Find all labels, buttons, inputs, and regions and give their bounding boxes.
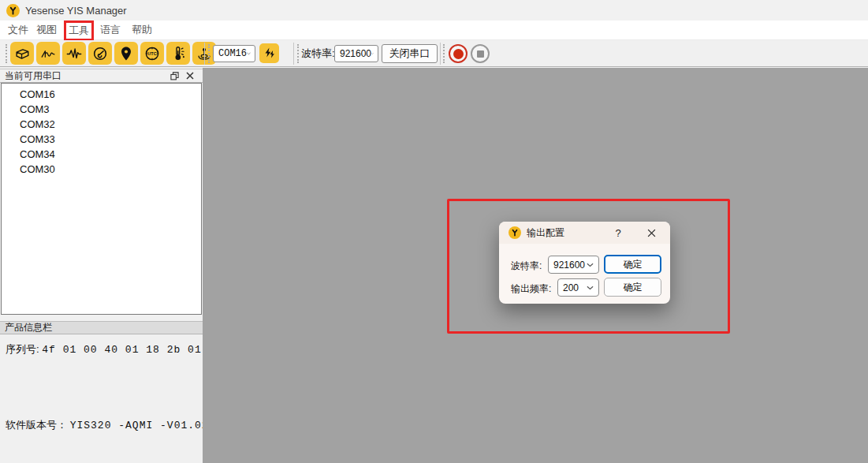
chevron-down-icon: [247, 51, 251, 56]
chevron-down-icon: [371, 51, 374, 56]
dialog-close-button[interactable]: [643, 225, 660, 241]
menu-bar: 文件 视图 工具 语言 帮助: [0, 21, 868, 40]
baud-rate-value: 921600: [340, 48, 371, 59]
refresh-ports-button[interactable]: [259, 43, 279, 63]
chevron-down-icon: [587, 286, 594, 290]
stop-button[interactable]: [471, 44, 490, 63]
menu-help[interactable]: 帮助: [132, 23, 152, 37]
port-list-item[interactable]: COM32: [2, 117, 201, 132]
port-list-item[interactable]: COM34: [2, 147, 201, 162]
port-list-item[interactable]: COM33: [2, 132, 201, 147]
toolbar: UTC COM16 波特率: 921600 关闭串口: [0, 40, 868, 67]
attitude-wave-button[interactable]: [36, 42, 60, 65]
stop-square-icon: [477, 50, 484, 58]
menu-language[interactable]: 语言: [100, 23, 121, 37]
app-logo-icon: [6, 4, 20, 17]
port-select[interactable]: COM16: [213, 45, 255, 62]
close-icon: [186, 72, 194, 80]
serial-port-dock: 当前可用串口 COM16 COM3 COM32 COM33 COM34 COM3…: [0, 68, 203, 463]
cube-3d-button[interactable]: [10, 42, 34, 65]
gauge-button[interactable]: [88, 42, 112, 65]
serial-number-value: 4f 01 00 40 01 18 2b 01: [42, 344, 201, 356]
toolbar-drag-handle[interactable]: [208, 44, 210, 63]
window-title: Yesense YIS Manager: [25, 5, 127, 17]
menu-file[interactable]: 文件: [8, 23, 28, 37]
serial-number-row: 序列号: 4f 01 00 40 01 18 2b 01: [6, 342, 202, 357]
product-info-header: 产品信息栏: [0, 321, 203, 334]
toolbar-separator: [204, 43, 205, 65]
dialog-freq-confirm-button[interactable]: 确定: [604, 278, 661, 297]
utc-clock-icon: UTC: [143, 45, 161, 62]
float-panel-button[interactable]: [166, 69, 182, 82]
port-select-value: COM16: [218, 48, 247, 59]
close-serial-button[interactable]: 关闭串口: [382, 44, 438, 63]
dock-header: 当前可用串口: [0, 69, 203, 83]
gauge-icon: [91, 45, 109, 62]
toolbar-icon-group: UTC: [10, 42, 216, 65]
dialog-baud-select[interactable]: 921600: [548, 256, 599, 274]
serial-number-label: 序列号:: [6, 343, 39, 355]
record-button[interactable]: [449, 44, 468, 63]
cube-3d-icon: [13, 45, 31, 62]
location-pin-button[interactable]: [114, 42, 138, 65]
window-titlebar: Yesense YIS Manager: [0, 0, 868, 21]
location-pin-icon: [117, 45, 135, 62]
software-version-row: 软件版本号： YIS320 -AQMI -V01.02.03;: [6, 418, 237, 432]
baud-rate-label: 波特率:: [301, 40, 335, 67]
dialog-freq-select[interactable]: 200: [557, 278, 599, 297]
dialog-baud-confirm-button[interactable]: 确定: [604, 255, 661, 274]
waveform-button[interactable]: [62, 42, 86, 65]
dialog-title: 输出配置: [527, 226, 564, 240]
chevron-down-icon: [587, 263, 594, 267]
toolbar-drag-handle[interactable]: [6, 44, 7, 63]
menu-tools[interactable]: 工具: [64, 21, 94, 41]
toolbar-separator: [293, 43, 294, 65]
dialog-freq-label: 输出频率:: [511, 282, 551, 296]
dialog-freq-value: 200: [563, 282, 579, 293]
record-red-dot-icon: [453, 49, 464, 59]
product-info-title: 产品信息栏: [5, 321, 52, 334]
port-list-item[interactable]: COM3: [2, 102, 201, 117]
available-ports-list: COM16 COM3 COM32 COM33 COM34 COM30: [1, 83, 202, 315]
waveform-icon: [65, 45, 83, 62]
svg-text:UTC: UTC: [147, 51, 156, 56]
port-list-item[interactable]: COM16: [2, 87, 201, 102]
software-version-label: 软件版本号：: [6, 419, 67, 431]
dialog-baud-value: 921600: [553, 260, 585, 271]
dialog-help-button[interactable]: ?: [610, 225, 626, 241]
utc-clock-button[interactable]: UTC: [140, 42, 164, 65]
output-config-dialog: 输出配置 ? 波特率: 921600 确定 输出频率: 200 确定: [499, 222, 670, 304]
close-panel-button[interactable]: [182, 69, 198, 82]
port-list-item[interactable]: COM30: [2, 162, 201, 177]
menu-view[interactable]: 视图: [36, 23, 57, 37]
attitude-wave-icon: [39, 45, 57, 62]
thermometer-icon: [170, 45, 187, 62]
toolbar-separator: [440, 43, 441, 65]
thermometer-button[interactable]: [166, 42, 190, 65]
dialog-titlebar[interactable]: 输出配置 ?: [499, 222, 670, 244]
lightning-refresh-icon: [263, 47, 276, 60]
dialog-baud-label: 波特率:: [511, 260, 542, 273]
close-icon: [647, 229, 656, 237]
baud-rate-select[interactable]: 921600: [334, 45, 378, 62]
dialog-logo-icon: [509, 226, 521, 239]
dock-title: 当前可用串口: [5, 69, 166, 83]
toolbar-drag-handle[interactable]: [443, 44, 445, 63]
toolbar-drag-handle[interactable]: [297, 44, 299, 63]
float-panel-icon: [170, 72, 179, 80]
